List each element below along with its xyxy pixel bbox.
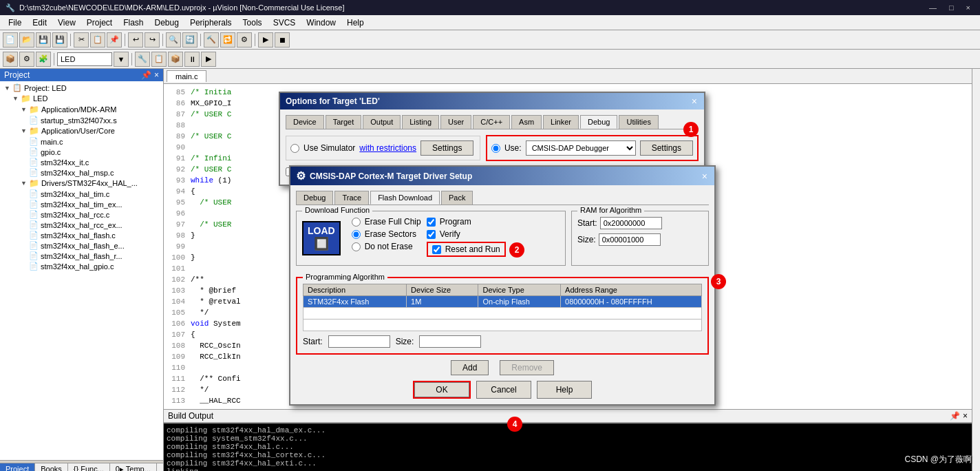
paste-button[interactable]: 📌 bbox=[107, 32, 122, 48]
tab-temp[interactable]: 0▸ Temp... bbox=[110, 463, 157, 471]
menu-view[interactable]: View bbox=[52, 17, 81, 29]
tree-startup[interactable]: 📄 startup_stm32f407xx.s bbox=[1, 115, 162, 125]
editor-tab-main-c[interactable]: main.c bbox=[167, 70, 206, 82]
tree-msp-c[interactable]: 📄 stm32f4xx_hal_msp.c bbox=[1, 167, 162, 178]
rebuild-button[interactable]: 🔁 bbox=[220, 32, 235, 48]
title-bar-text: 🔧 D:\stm32cube\NEWCODE\LED\MDK-ARM\LED.u… bbox=[6, 3, 345, 12]
tab-func[interactable]: {} Func... bbox=[68, 463, 110, 471]
editor-area: main.c 858687888990919293949596979899100… bbox=[164, 69, 972, 409]
tree-hal-gpio[interactable]: 📄 stm32f4xx_hal_gpio.c bbox=[1, 261, 162, 271]
replace-button[interactable]: 🔄 bbox=[182, 32, 198, 48]
tree-drivers[interactable]: ▼ 📁 Drivers/STM32F4xx_HAL_... bbox=[1, 178, 162, 189]
build-close-icon[interactable]: × bbox=[963, 411, 968, 421]
tree-label: Project: LED bbox=[24, 84, 67, 92]
separator-4 bbox=[200, 34, 201, 46]
tree-hal-flash-e[interactable]: 📄 stm32f4xx_hal_flash_e... bbox=[1, 240, 162, 251]
redo-button[interactable]: ↪ bbox=[145, 32, 160, 48]
menu-svcs[interactable]: SVCS bbox=[268, 17, 301, 29]
file-icon: 📄 bbox=[29, 262, 39, 271]
menu-peripherals[interactable]: Peripherals bbox=[184, 17, 237, 29]
find-button[interactable]: 🔍 bbox=[166, 32, 181, 48]
expand-icon: ▼ bbox=[21, 106, 27, 113]
menu-window[interactable]: Window bbox=[301, 17, 341, 29]
pack-btn[interactable]: 📦 bbox=[168, 52, 183, 67]
tree-hal-flash[interactable]: 📄 stm32f4xx_hal_flash.c bbox=[1, 230, 162, 240]
manage-btn[interactable]: 📋 bbox=[151, 52, 167, 67]
build-output-section: Build Output 📌 × compiling stm32f4xx_hal… bbox=[164, 409, 972, 471]
cut-button[interactable]: ✂ bbox=[74, 32, 89, 48]
tab-project[interactable]: Project bbox=[0, 463, 35, 471]
file-icon: 📄 bbox=[29, 220, 39, 229]
menu-debug[interactable]: Debug bbox=[149, 17, 184, 29]
copy-button[interactable]: 📋 bbox=[90, 32, 105, 48]
tree-user-core[interactable]: ▼ 📁 Application/User/Core bbox=[1, 125, 162, 136]
tree-hal-flash-r[interactable]: 📄 stm32f4xx_hal_flash_r... bbox=[1, 251, 162, 261]
menu-flash[interactable]: Flash bbox=[118, 17, 149, 29]
settings-btn[interactable]: ⚙ bbox=[19, 52, 34, 67]
tree-label: stm32f4xx_hal_tim.c bbox=[41, 190, 109, 198]
tree-hal-tim-ex[interactable]: 📄 stm32f4xx_hal_tim_ex... bbox=[1, 199, 162, 209]
run-btn[interactable]: ▶ bbox=[201, 52, 216, 67]
new-button[interactable]: 📄 bbox=[3, 32, 18, 48]
build-button[interactable]: 🔨 bbox=[204, 32, 219, 48]
window-title: D:\stm32cube\NEWCODE\LED\MDK-ARM\LED.uvp… bbox=[19, 3, 345, 12]
tree-hal-rcc-ex[interactable]: 📄 stm32f4xx_hal_rcc_ex... bbox=[1, 220, 162, 230]
tree-project-led[interactable]: ▼ 📋 Project: LED bbox=[1, 83, 162, 93]
editor-container: main.c 858687888990919293949596979899100… bbox=[164, 69, 972, 471]
debug-start-button[interactable]: ▶ bbox=[258, 32, 273, 48]
editor-content[interactable]: 8586878889909192939495969798991001011021… bbox=[164, 84, 972, 409]
minimize-button[interactable]: — bbox=[925, 3, 941, 12]
folder-icon: 📁 bbox=[29, 126, 39, 136]
tree-label: Drivers/STM32F4xx_HAL_... bbox=[41, 179, 138, 187]
separator-2 bbox=[125, 34, 125, 46]
stop-btn[interactable]: ⏸ bbox=[184, 52, 200, 67]
separator-1 bbox=[70, 34, 71, 46]
open-button[interactable]: 📂 bbox=[19, 32, 34, 48]
menu-bar: File Edit View Project Flash Debug Perip… bbox=[0, 15, 980, 30]
build-pin-icon[interactable]: 📌 bbox=[950, 411, 960, 421]
build-header-controls[interactable]: 📌 × bbox=[950, 411, 968, 421]
menu-help[interactable]: Help bbox=[341, 17, 370, 29]
close-button[interactable]: × bbox=[962, 3, 974, 12]
line-numbers: 8586878889909192939495969798991001011021… bbox=[167, 87, 191, 406]
code-area[interactable]: /* Initia MX_GPIO_I /* USER C /* USER C … bbox=[191, 87, 969, 406]
tree-main-c[interactable]: 📄 main.c bbox=[1, 136, 162, 147]
menu-file[interactable]: File bbox=[3, 17, 27, 29]
tree-label: stm32f4xx_it.c bbox=[41, 158, 89, 167]
file-icon: 📄 bbox=[29, 231, 39, 240]
maximize-button[interactable]: □ bbox=[945, 3, 958, 12]
save-all-button[interactable]: 💾 bbox=[52, 32, 67, 48]
tree-hal-rcc[interactable]: 📄 stm32f4xx_hal_rcc.c bbox=[1, 209, 162, 220]
menu-edit[interactable]: Edit bbox=[27, 17, 52, 29]
tree-gpio-c[interactable]: 📄 gpio.c bbox=[1, 147, 162, 157]
panel-close-icon[interactable]: × bbox=[154, 70, 159, 80]
save-button[interactable]: 💾 bbox=[36, 32, 51, 48]
panel-pin-icon[interactable]: 📌 bbox=[141, 70, 151, 80]
file-icon: 📄 bbox=[29, 210, 39, 219]
tree-hal-tim[interactable]: 📄 stm32f4xx_hal_tim.c bbox=[1, 189, 162, 199]
tree-it-c[interactable]: 📄 stm32f4xx_it.c bbox=[1, 157, 162, 167]
title-bar: 🔧 D:\stm32cube\NEWCODE\LED\MDK-ARM\LED.u… bbox=[0, 0, 980, 15]
tree-label: LED bbox=[33, 94, 47, 103]
separator-6 bbox=[54, 53, 54, 65]
project-btn[interactable]: 📦 bbox=[3, 52, 18, 67]
project-panel: Project 📌 × ▼ 📋 Project: LED ▼ 📁 LED ▼ 📁… bbox=[0, 69, 164, 471]
project-icon: 📋 bbox=[12, 83, 22, 92]
component-btn[interactable]: 🧩 bbox=[36, 52, 51, 67]
tab-books[interactable]: Books bbox=[35, 463, 68, 471]
toolbar-2: 📦 ⚙ 🧩 LED ▼ 🔧 📋 📦 ⏸ ▶ bbox=[0, 50, 980, 69]
target-dropdown[interactable]: ▼ bbox=[114, 52, 129, 67]
tree-mdk-arm[interactable]: ▼ 📁 Application/MDK-ARM bbox=[1, 104, 162, 115]
target-input[interactable]: LED bbox=[57, 52, 112, 66]
menu-project[interactable]: Project bbox=[81, 17, 118, 29]
menu-tools[interactable]: Tools bbox=[237, 17, 268, 29]
options-btn[interactable]: 🔧 bbox=[135, 52, 150, 67]
tree-led-folder[interactable]: ▼ 📁 LED bbox=[1, 93, 162, 104]
file-icon: 📄 bbox=[29, 168, 39, 177]
project-panel-title: Project bbox=[4, 70, 30, 80]
window-controls[interactable]: — □ × bbox=[925, 3, 974, 12]
build-line: compiling stm32f4xx_hal_cortex.c... bbox=[167, 451, 969, 459]
undo-button[interactable]: ↩ bbox=[128, 32, 143, 48]
debug-stop-button[interactable]: ⏹ bbox=[275, 32, 290, 48]
compile-button[interactable]: ⚙ bbox=[237, 32, 252, 48]
